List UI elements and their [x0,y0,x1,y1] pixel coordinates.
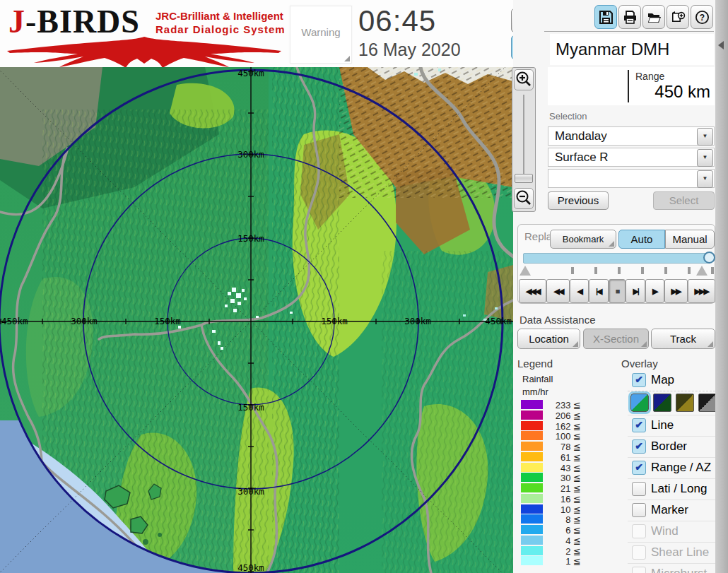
map-style-swatch-2[interactable] [653,394,671,412]
slider-ticks [523,267,711,276]
overlay-item-border[interactable]: ✔Border [628,436,715,457]
manual-button[interactable]: Manual [665,230,715,249]
stop-button[interactable]: ■ [609,279,626,303]
legend-value: 61 ≦ [560,452,581,463]
panel-splitter[interactable] [715,0,728,573]
step-forward-button[interactable]: ▶| [626,279,645,303]
slider-end-marker-icon[interactable] [696,266,708,276]
replay-group: Replay Bookmark Auto Manual ◀◀◀◀◀◀|◀■▶|▶… [517,224,715,304]
range-label-w300: 300km [71,316,98,326]
data-assistance-label: Data Assistance [519,314,596,326]
forward-fastest-button[interactable]: ▶▶▶ [688,279,715,303]
slider-tick [618,267,621,274]
legend-value: 8 ≦ [565,514,581,525]
range-label-w150: 150km [154,316,181,326]
rewind-button[interactable]: ◀◀ [546,279,570,303]
radar-map-display[interactable]: 450km 300km 150km 150km 300km 450km 450k… [0,67,513,573]
auto-button[interactable]: Auto [618,230,665,249]
checkbox-marker[interactable] [632,503,646,517]
add-image-button[interactable] [667,5,689,29]
legend-color-swatch [521,421,543,430]
checkbox-line[interactable]: ✔ [632,418,646,432]
previous-button[interactable]: Previous [548,191,609,210]
map-style-swatch-4[interactable] [698,394,717,412]
chevron-down-icon[interactable]: ▼ [697,170,713,188]
legend-value: 6 ≦ [565,525,581,536]
collapse-arrow-icon [718,41,724,49]
slider-tick [688,267,691,274]
clock-date: 16 May 2020 [358,40,461,60]
legend-color-swatch [521,431,543,440]
help-button[interactable]: ? [691,5,713,29]
overlay-item-wind[interactable]: Wind [628,521,715,542]
range-label: Range [635,71,664,82]
legend-row: 21 ≦ [521,483,581,493]
map-style-selector [628,391,715,415]
overlay-item-label: Map [651,373,674,387]
checkbox-lati-long[interactable] [632,482,646,496]
save-button[interactable] [594,5,617,29]
print-button[interactable] [618,5,641,29]
product-dropdown-value: Surface R [555,150,609,165]
chevron-down-icon[interactable]: ▼ [697,149,713,167]
range-label-n150: 150km [237,233,264,244]
track-button[interactable]: Track [651,329,715,349]
logo-subtitle-1: JRC-Brilliant & Intelligent [155,10,283,22]
legend-row: 30 ≦ [521,472,581,483]
legend-scale: 233 ≦206 ≦162 ≦100 ≦78 ≦61 ≦43 ≦30 ≦21 ≦… [521,399,581,566]
legend-value: 78 ≦ [560,442,581,452]
bookmark-button[interactable]: Bookmark [550,230,616,249]
forward-button[interactable]: ▶▶ [664,279,688,303]
play-button[interactable]: ▶ [645,279,664,303]
range-value: 450 km [654,82,710,102]
zoom-out-button[interactable] [514,188,534,209]
rewind-fastest-button[interactable]: ◀◀◀ [519,279,546,303]
checkbox-range-az[interactable]: ✔ [632,461,646,475]
range-label-w450: 450km [1,316,28,326]
overlay-item-lati-long[interactable]: Lati / Long [628,478,715,500]
extra-dropdown[interactable]: ▼ [548,169,715,188]
overlay-item-marker[interactable]: Marker [628,500,715,521]
map-style-swatch-1[interactable] [630,394,649,412]
legend-value: 2 ≦ [565,546,581,557]
legend-color-swatch [521,546,543,555]
play-reverse-button[interactable]: ◀ [570,279,589,303]
product-dropdown[interactable]: Surface R ▼ [548,148,715,167]
overlay-item-microburst[interactable]: Microburst [628,563,715,573]
chevron-down-icon[interactable]: ▼ [697,128,713,146]
checkbox-wind [632,524,646,538]
slider-handle-icon[interactable] [703,252,715,264]
overlay-item-range-az[interactable]: ✔Range / AZ [628,457,715,478]
legend-value: 21 ≦ [560,483,581,494]
legend-value: 16 ≦ [560,494,581,504]
zoom-in-icon [515,70,533,88]
checkbox-border[interactable]: ✔ [632,439,646,454]
slider-start-marker-icon[interactable] [519,266,531,276]
range-divider [628,70,629,102]
zoom-slider-handle[interactable] [515,174,533,183]
legend-unit-line1: Rainfall [522,374,553,384]
site-dropdown[interactable]: Mandalay ▼ [548,126,715,146]
location-button[interactable]: Location [517,329,580,349]
add-image-icon [671,10,686,25]
overlay-item-shear-line[interactable]: Shear Line [628,542,715,563]
legend-value: 206 ≦ [556,410,581,421]
step-back-button[interactable]: |◀ [589,279,609,303]
zoom-slider[interactable] [523,95,524,183]
legend-color-swatch [521,463,543,472]
open-folder-button[interactable] [642,5,665,29]
save-icon [599,10,613,25]
x-section-button[interactable]: X-Section [583,329,649,349]
overlay-item-line[interactable]: ✔Line [628,415,715,436]
warning-panel[interactable]: Warning [290,6,352,64]
map-style-swatch-3[interactable] [676,394,694,412]
legend-color-swatch [521,525,543,534]
overlay-item-map[interactable]: ✔Map [628,370,715,391]
legend-color-swatch [521,483,543,492]
zoom-in-button[interactable] [514,69,534,90]
range-label-n450: 450km [237,68,264,78]
checkbox-map[interactable]: ✔ [632,373,646,387]
replay-slider[interactable] [523,253,711,264]
select-button[interactable]: Select [653,191,715,210]
legend-value: 43 ≦ [560,463,581,473]
